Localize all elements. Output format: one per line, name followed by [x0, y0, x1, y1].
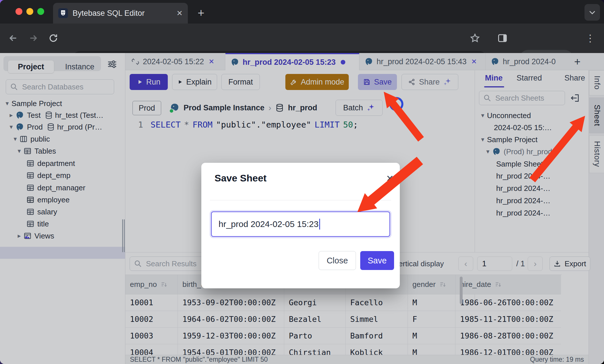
browser-tab-strip: Bytebase SQL Editor ✕ + — [0, 0, 604, 24]
dialog-title: Save Sheet — [215, 173, 266, 184]
bookmark-button[interactable] — [467, 30, 483, 46]
browser-tab[interactable]: Bytebase SQL Editor ✕ — [53, 3, 188, 24]
chevron-down-icon — [588, 8, 597, 17]
browser-toolbar: localhost:8080/sql-editor/prod-sample-in… — [0, 24, 604, 53]
dialog-close-icon[interactable]: ✕ — [386, 173, 394, 184]
side-panel-button[interactable] — [494, 30, 511, 46]
browser-tab-title: Bytebase SQL Editor — [73, 9, 176, 18]
back-button[interactable] — [5, 30, 21, 46]
desktop: Bytebase SQL Editor ✕ + localhost:8080/s… — [0, 0, 604, 364]
sheet-name-input[interactable]: hr_prod 2024-02-05 15:23 — [211, 212, 390, 237]
text-cursor — [319, 219, 320, 230]
side-panel-icon — [497, 33, 508, 43]
arrow-right-icon — [28, 33, 38, 43]
macos-minimize-button[interactable] — [26, 8, 33, 15]
save-sheet-dialog: Save Sheet ✕ hr_prod 2024-02-05 15:23 Cl… — [201, 163, 400, 288]
browser-tab-close-icon[interactable]: ✕ — [176, 9, 183, 18]
reload-icon — [48, 33, 58, 43]
dialog-save-button[interactable]: Save — [360, 251, 394, 270]
close-button-label: Close — [327, 256, 348, 265]
reload-button[interactable] — [45, 30, 61, 46]
arrow-left-icon — [8, 33, 18, 43]
browser-window: Bytebase SQL Editor ✕ + localhost:8080/s… — [0, 0, 604, 364]
star-icon — [470, 33, 480, 43]
sheet-name-value: hr_prod 2024-02-05 15:23 — [219, 219, 319, 229]
dialog-divider — [210, 200, 391, 200]
macos-zoom-button[interactable] — [37, 8, 44, 15]
forward-button[interactable] — [25, 30, 41, 46]
bytebase-favicon — [58, 8, 68, 18]
browser-menu-button[interactable]: ⋮ — [582, 30, 598, 46]
new-tab-button[interactable]: + — [194, 6, 208, 19]
tab-search-button[interactable] — [584, 4, 600, 21]
dialog-close-button[interactable]: Close — [319, 251, 356, 270]
macos-close-button[interactable] — [15, 8, 22, 15]
save-button-label: Save — [368, 256, 387, 265]
